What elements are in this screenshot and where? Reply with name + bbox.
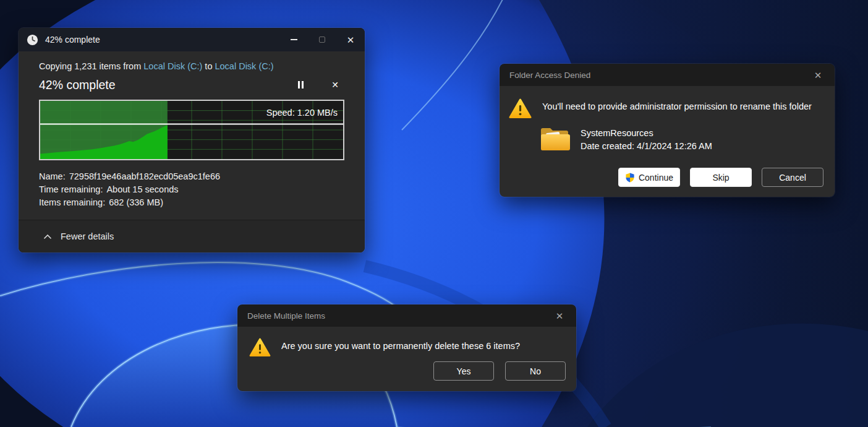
cancel-button[interactable]: Cancel — [762, 168, 823, 187]
detail-time-value: About 15 seconds — [106, 184, 178, 194]
source-disk-link[interactable]: Local Disk (C:) — [143, 61, 202, 71]
minimize-button[interactable] — [279, 28, 308, 51]
delete-multiple-items-dialog: Delete Multiple Items ✕ Are you sure you… — [237, 304, 576, 391]
detail-time-remaining: Time remaining:About 15 seconds — [39, 183, 344, 196]
folder-access-denied-dialog: Folder Access Denied ✕ You'll need to pr… — [500, 64, 835, 197]
close-button[interactable]: ✕ — [811, 71, 825, 80]
detail-name-label: Name: — [39, 171, 66, 181]
folder-date-created: Date created: 4/1/2024 12:26 AM — [581, 140, 712, 153]
detail-items-remaining: Items remaining:682 (336 MB) — [39, 196, 344, 209]
warning-icon — [509, 98, 532, 119]
speed-label: Speed: 1.20 MB/s — [266, 108, 338, 118]
no-label: No — [530, 366, 541, 376]
detail-items-label: Items remaining: — [39, 197, 105, 207]
folder-dialog-title: Folder Access Denied — [509, 71, 590, 80]
delete-dialog-titlebar: Delete Multiple Items ✕ — [237, 304, 576, 327]
pause-button[interactable] — [292, 77, 308, 92]
cancel-copy-button[interactable]: ✕ — [327, 77, 343, 92]
permission-message: You'll need to provide administrator per… — [542, 98, 812, 119]
detail-name: Name:72958f19e46aabf182ecd05ea9c1fe66 — [39, 170, 344, 183]
detail-name-value: 72958f19e46aabf182ecd05ea9c1fe66 — [69, 171, 220, 181]
delete-dialog-title: Delete Multiple Items — [247, 311, 325, 321]
continue-button[interactable]: Continue — [618, 168, 680, 187]
detail-items-value: 682 (336 MB) — [109, 197, 163, 207]
chevron-up-icon — [43, 234, 52, 239]
fewer-details-label: Fewer details — [61, 231, 114, 241]
fewer-details-toggle[interactable]: Fewer details — [19, 220, 365, 252]
cancel-icon: ✕ — [331, 80, 339, 89]
continue-label: Continue — [639, 173, 673, 183]
folder-dialog-titlebar: Folder Access Denied ✕ — [500, 64, 835, 86]
clock-icon — [27, 34, 38, 46]
close-icon: ✕ — [347, 35, 355, 45]
maximize-button[interactable] — [308, 28, 336, 51]
cancel-label: Cancel — [779, 173, 806, 183]
copy-window-titlebar: 42% complete ✕ — [19, 28, 365, 51]
delete-confirmation-message: Are you sure you want to permanently del… — [281, 338, 520, 357]
skip-button[interactable]: Skip — [690, 168, 752, 187]
copy-description-prefix: Copying 1,231 items from — [39, 61, 143, 71]
maximize-icon — [319, 37, 325, 43]
progress-heading: 42% complete — [39, 78, 116, 92]
copy-description: Copying 1,231 items from Local Disk (C:)… — [39, 61, 344, 71]
speed-graph: Speed: 1.20 MB/s — [39, 100, 344, 160]
close-button[interactable]: ✕ — [336, 28, 365, 51]
transfer-details: Name:72958f19e46aabf182ecd05ea9c1fe66 Ti… — [39, 170, 344, 209]
folder-icon — [539, 125, 570, 152]
uac-shield-icon — [625, 173, 635, 183]
no-button[interactable]: No — [505, 361, 566, 381]
yes-button[interactable]: Yes — [433, 361, 494, 381]
warning-icon — [249, 338, 271, 357]
folder-name: SystemResources — [581, 127, 712, 140]
detail-time-label: Time remaining: — [39, 184, 103, 194]
destination-disk-link[interactable]: Local Disk (C:) — [215, 61, 273, 71]
yes-label: Yes — [457, 366, 471, 376]
close-button[interactable]: ✕ — [553, 311, 566, 321]
pause-icon — [298, 81, 304, 88]
skip-label: Skip — [712, 173, 729, 183]
copy-description-middle: to — [202, 61, 215, 71]
copy-progress-window: 42% complete ✕ Copying 1,231 items from … — [19, 28, 365, 252]
window-title: 42% complete — [45, 35, 100, 45]
minimize-icon — [291, 39, 297, 40]
